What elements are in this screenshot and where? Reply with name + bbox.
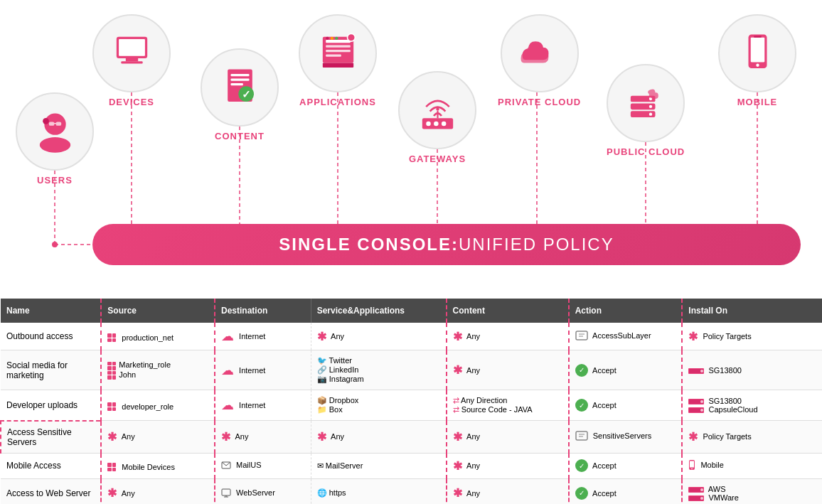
content-icon-circle: ✓ bbox=[201, 48, 279, 127]
source-item: Marketing_role bbox=[107, 360, 208, 370]
svc-item: 🐦 Twitter bbox=[317, 356, 440, 365]
cell-destination: WebServer bbox=[215, 478, 311, 504]
content-item: ✱ Any bbox=[453, 486, 480, 500]
cell-name: Developer uploads bbox=[1, 390, 101, 421]
install-item: ✱ Policy Targets bbox=[688, 330, 751, 343]
cell-content: ✱ Any bbox=[447, 421, 569, 454]
cell-service: 🌐 https bbox=[311, 478, 446, 504]
cell-action: ✓ Accept bbox=[569, 478, 683, 504]
col-content: Content bbox=[447, 299, 569, 323]
svg-point-37 bbox=[335, 36, 338, 39]
cell-action: SensitiveServers bbox=[569, 421, 683, 454]
dest-item: ✱ Any bbox=[221, 430, 248, 444]
source-item: developer_role bbox=[107, 402, 174, 411]
public-cloud-icon-circle bbox=[607, 64, 685, 142]
svg-rect-23 bbox=[230, 74, 249, 76]
public-cloud-icon-container: PUBLIC CLOUD bbox=[607, 64, 685, 157]
content-item: ✱ Any bbox=[453, 330, 480, 343]
cell-destination: ☁ Internet bbox=[215, 350, 311, 390]
cell-name: Mobile Access bbox=[1, 453, 101, 478]
svg-point-50 bbox=[648, 112, 651, 115]
cell-action: ✓ Accept bbox=[569, 453, 683, 478]
svg-point-82 bbox=[700, 497, 703, 500]
console-text-bold: SINGLE CONSOLE bbox=[279, 235, 452, 254]
cell-destination: MailUS bbox=[215, 453, 311, 478]
cell-name: Access Sensitive Servers bbox=[1, 421, 101, 454]
table-row: Access Sensitive Servers ✱ Any ✱ Any ✱ A… bbox=[1, 421, 822, 454]
gateways-icon-container: GATEWAYS bbox=[398, 71, 476, 164]
content-item: ✱ Any bbox=[453, 430, 480, 444]
svg-rect-38 bbox=[322, 63, 353, 68]
svg-point-12 bbox=[44, 113, 65, 134]
cell-content: ✱ Any bbox=[447, 478, 569, 504]
action-item: AccessSubLayer bbox=[575, 331, 651, 341]
content-label: CONTENT bbox=[215, 131, 265, 141]
cell-source: production_net bbox=[101, 323, 215, 350]
svc-item: 📷 Instagram bbox=[317, 375, 440, 384]
svg-rect-15 bbox=[48, 122, 54, 125]
cell-source: Mobile Devices bbox=[101, 453, 215, 478]
svc-item: 🔗 LinkedIn bbox=[317, 365, 440, 375]
dest-item: ☁ Internet bbox=[221, 328, 265, 344]
svg-rect-74 bbox=[222, 489, 230, 495]
svg-point-53 bbox=[756, 63, 759, 66]
svg-text:✓: ✓ bbox=[241, 87, 250, 100]
install-item: ✱ Policy Targets bbox=[688, 430, 751, 444]
dest-item: ☁ Internet bbox=[221, 363, 265, 378]
dest-item: WebServer bbox=[221, 488, 275, 498]
cell-source: developer_role bbox=[101, 390, 215, 421]
private-cloud-icon-container: PRIVATE CLOUD bbox=[498, 14, 581, 107]
dest-item: ☁ Internet bbox=[221, 397, 265, 413]
action-item: ✓ Accept bbox=[575, 459, 616, 472]
content-icon-container: ✓ CONTENT bbox=[201, 48, 279, 141]
private-cloud-label: PRIVATE CLOUD bbox=[498, 97, 581, 107]
svg-point-14 bbox=[39, 137, 70, 153]
svc-item: 🌐 https bbox=[317, 488, 440, 498]
cell-content: ✱ Any bbox=[447, 350, 569, 390]
svg-point-35 bbox=[326, 36, 329, 39]
table-row: Access to Web Server ✱ Any WebServer 🌐 h… bbox=[1, 478, 822, 504]
table-row: Outbound access production_net ☁ Interne… bbox=[1, 323, 822, 350]
cell-name: Outbound access bbox=[1, 323, 101, 350]
svg-point-41 bbox=[434, 121, 439, 126]
svg-rect-31 bbox=[326, 50, 351, 52]
cell-destination: ☁ Internet bbox=[215, 390, 311, 421]
users-icon-container: USERS bbox=[16, 92, 94, 186]
cell-install-on: ✱ Policy Targets bbox=[682, 323, 822, 350]
cell-install-on: SG13800 CapsuleCloud bbox=[682, 390, 822, 421]
cell-destination: ☁ Internet bbox=[215, 323, 311, 350]
content-item: ✱ Any bbox=[453, 459, 480, 473]
install-item: SG13800 bbox=[688, 397, 816, 405]
devices-label: DEVICES bbox=[109, 97, 154, 107]
svg-point-36 bbox=[330, 36, 333, 39]
action-item: ✓ Accept bbox=[575, 364, 616, 377]
svg-rect-52 bbox=[750, 37, 764, 62]
mobile-icon-circle bbox=[718, 14, 796, 92]
cell-source: ✱ Any bbox=[101, 478, 215, 504]
svg-point-13 bbox=[43, 118, 49, 124]
svg-rect-30 bbox=[326, 45, 351, 47]
svg-point-49 bbox=[648, 104, 651, 107]
svg-point-63 bbox=[700, 400, 703, 403]
mobile-icon-container: MOBILE bbox=[718, 14, 796, 107]
svg-point-44 bbox=[436, 107, 439, 110]
svg-point-40 bbox=[426, 121, 431, 126]
private-cloud-icon-circle bbox=[501, 14, 579, 92]
install-item: Mobile bbox=[688, 459, 723, 471]
cell-install-on: Mobile bbox=[682, 453, 822, 478]
source-item: John bbox=[107, 370, 208, 380]
applications-label: APPLICATIONS bbox=[299, 97, 376, 107]
cell-content: ⇄ Any Direction ⇄ Source Code - JAVA bbox=[447, 390, 569, 421]
table-row: Developer uploads developer_role ☁ Inter… bbox=[1, 390, 822, 421]
svg-rect-67 bbox=[576, 431, 587, 440]
svg-point-60 bbox=[700, 370, 703, 372]
svg-rect-24 bbox=[230, 78, 249, 80]
cell-name: Social media for marketing bbox=[1, 350, 101, 390]
install-item: AWS bbox=[688, 485, 816, 493]
gateways-icon-circle bbox=[398, 71, 476, 149]
action-item: ✓ Accept bbox=[575, 399, 616, 412]
svc-item: ✉ MailServer bbox=[317, 461, 440, 471]
svg-rect-32 bbox=[326, 54, 341, 56]
col-name: Name bbox=[1, 299, 101, 323]
action-item: SensitiveServers bbox=[575, 431, 652, 441]
